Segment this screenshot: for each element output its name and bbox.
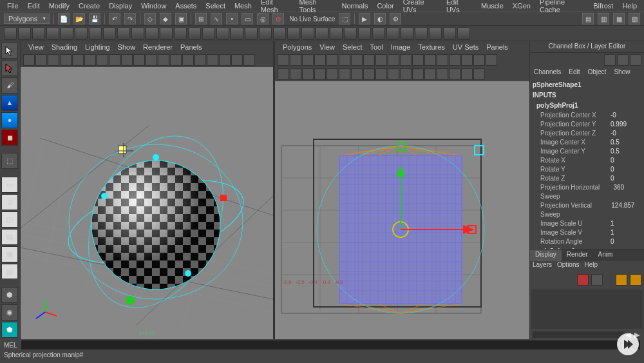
uv-uvsets[interactable]: UV Sets — [449, 42, 482, 52]
view-motion-icon[interactable] — [231, 54, 243, 66]
shelf-btn[interactable] — [103, 27, 116, 40]
snap-live-icon[interactable]: ◎ — [257, 13, 269, 25]
shelf-btn[interactable] — [401, 27, 413, 40]
uv-tool-icon[interactable] — [473, 54, 485, 66]
uv-tool-icon[interactable] — [461, 68, 473, 80]
uv-tool-icon[interactable] — [278, 68, 289, 80]
uv-tool-icon[interactable] — [388, 54, 399, 66]
uv-tool[interactable]: Tool — [366, 42, 387, 52]
menu-edit[interactable]: Edit — [23, 1, 44, 11]
play-overlay-icon[interactable] — [617, 333, 639, 355]
select-component-icon[interactable]: ▣ — [175, 13, 187, 25]
uv-textures[interactable]: Textures — [414, 42, 449, 52]
shelf-btn[interactable] — [443, 27, 456, 40]
layout-two-icon[interactable]: ◫ — [1, 211, 18, 228]
menu-window[interactable]: Window — [137, 1, 171, 11]
layer-options[interactable]: Options — [557, 261, 579, 271]
shelf-btn[interactable] — [344, 27, 357, 40]
menu-modify[interactable]: Modify — [44, 1, 74, 11]
panel-show[interactable]: Show — [114, 42, 140, 52]
menu-assets[interactable]: Assets — [171, 1, 201, 11]
shelf-btn[interactable] — [457, 27, 470, 40]
shelf-btn[interactable] — [259, 27, 272, 40]
uv-tool-icon[interactable] — [290, 68, 301, 80]
view-textured-icon[interactable] — [133, 54, 145, 66]
maya-logo-icon[interactable]: ⬟ — [1, 322, 18, 338]
uv-tool-icon[interactable] — [437, 54, 448, 66]
uv-tool-icon[interactable] — [314, 68, 326, 80]
view-shadows-icon[interactable] — [158, 54, 169, 66]
panel-view[interactable]: View — [24, 42, 48, 52]
uv-tool-icon[interactable] — [461, 54, 473, 66]
uv-tool-icon[interactable] — [486, 54, 497, 66]
shelf-btn[interactable] — [174, 27, 187, 40]
shelf-btn[interactable] — [273, 27, 286, 40]
shelf-btn[interactable] — [188, 27, 201, 40]
layer-layers[interactable]: Layers — [533, 261, 552, 271]
layer-tab-display[interactable]: Display — [530, 250, 562, 261]
uv-tool-icon[interactable] — [375, 54, 387, 66]
undo-icon[interactable]: ↶ — [109, 13, 120, 25]
menu-pipelinecache[interactable]: Pipeline Cache — [535, 0, 589, 15]
layer-scrollbar[interactable] — [533, 331, 623, 338]
panel-renderer[interactable]: Renderer — [139, 42, 176, 52]
move-up-icon[interactable] — [616, 274, 627, 286]
cb-icon[interactable] — [630, 54, 641, 66]
shelf-btn[interactable] — [386, 27, 399, 40]
render-icon[interactable]: ▶ — [359, 13, 370, 25]
attreditor-toggle-icon[interactable]: ▦ — [613, 13, 625, 25]
uv-tool-icon[interactable] — [437, 68, 448, 80]
rotate-tool[interactable]: ● — [1, 112, 18, 128]
uv-select[interactable]: Select — [339, 42, 366, 52]
view-camera-icon[interactable] — [23, 54, 35, 66]
uv-tool-icon[interactable] — [278, 54, 289, 66]
uv-tool-icon[interactable] — [339, 68, 350, 80]
view-gate-icon[interactable] — [97, 54, 108, 66]
menu-file[interactable]: File — [3, 1, 23, 11]
move-down-icon[interactable] — [630, 274, 641, 286]
menu-createuvs[interactable]: Create UVs — [399, 0, 442, 15]
layout-outliner-icon[interactable]: ▤ — [1, 229, 18, 245]
uv-tool-icon[interactable] — [290, 54, 301, 66]
shelf-btn[interactable] — [75, 27, 88, 40]
layout-single-icon[interactable]: ▭ — [1, 177, 18, 193]
attr-row[interactable]: Projection Center Z-0 — [533, 129, 641, 138]
view-bookmark-icon[interactable] — [35, 54, 47, 66]
last-tool[interactable]: ⬚ — [1, 153, 18, 169]
uv-tool-icon[interactable] — [351, 68, 363, 80]
node-name[interactable]: pSphereShape1 — [533, 80, 641, 90]
uv-tool-icon[interactable] — [327, 68, 338, 80]
select-tool[interactable] — [1, 43, 18, 59]
menu-create[interactable]: Create — [74, 1, 104, 11]
shelf-btn[interactable] — [4, 27, 17, 40]
view-shaded-icon[interactable] — [109, 54, 120, 66]
uv-polygons[interactable]: Polygons — [279, 42, 316, 52]
view-ao-icon[interactable] — [219, 54, 231, 66]
shelf-btn[interactable] — [202, 27, 215, 40]
uv-tool-icon[interactable] — [388, 68, 399, 80]
shelf-btn[interactable] — [131, 27, 144, 40]
cb-tab-channels[interactable]: Channels — [530, 67, 565, 79]
select-object-icon[interactable]: ◆ — [160, 13, 171, 25]
attr-row[interactable]: Rotate Z0 — [533, 174, 641, 183]
attr-row[interactable]: Rotation Angle0 — [533, 237, 641, 246]
panel-shading[interactable]: Shading — [48, 42, 81, 52]
shelf-btn[interactable] — [316, 27, 328, 40]
snap-grid-icon[interactable]: ⊞ — [195, 13, 207, 25]
view-viewport2-icon[interactable] — [207, 54, 218, 66]
uv-image[interactable]: Image — [387, 42, 415, 52]
cb-tab-edit[interactable]: Edit — [565, 67, 583, 79]
uv-tool-icon[interactable] — [473, 68, 485, 80]
layout-four-icon[interactable]: ⊞ — [1, 194, 18, 210]
uv-tool-icon[interactable] — [363, 54, 375, 66]
uv-tool-icon[interactable] — [424, 68, 436, 80]
menu-bifrost[interactable]: Bifrost — [589, 1, 618, 11]
attr-row[interactable]: Projection Center Y0.999 — [533, 120, 641, 129]
uv-tool-icon[interactable] — [302, 54, 314, 66]
snap-curve-icon[interactable]: ∿ — [211, 13, 222, 25]
menu-help[interactable]: Help — [618, 1, 641, 11]
rendernode-icon[interactable]: ◉ — [1, 304, 18, 320]
attr-row[interactable]: Projection Center X-0 — [533, 111, 641, 120]
shelf-btn[interactable] — [372, 27, 385, 40]
attr-row[interactable]: Projection Horizontal Sweep360 — [533, 183, 641, 201]
